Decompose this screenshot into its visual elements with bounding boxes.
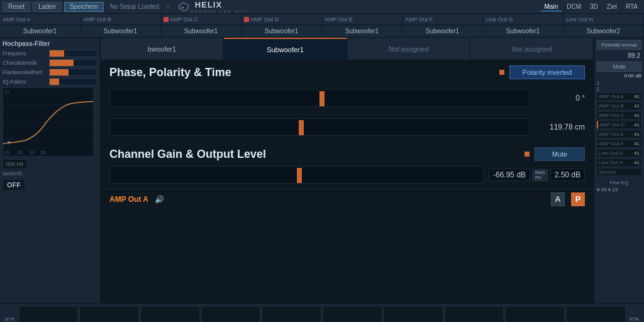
bottom-ch-7[interactable]: [384, 306, 443, 323]
phase-slider-thumb[interactable]: [319, 91, 325, 106]
ch-sub-label-6[interactable]: Subwoofer1: [402, 25, 483, 37]
ch-sub-label-2[interactable]: Subwoofer1: [80, 25, 161, 37]
tab-label-1: Subwoofer1: [267, 46, 304, 53]
right-amp-f[interactable]: AMP Out F 41: [597, 140, 641, 148]
mute-side-button[interactable]: Mute: [597, 62, 641, 72]
gain-slider-thumb[interactable]: [297, 168, 302, 183]
gain-slider-row: -66.95 dB RMS PH 2.50 dB: [109, 166, 585, 184]
gain-slider-track[interactable]: [109, 166, 484, 184]
right-amp-a[interactable]: AMP Out A 41: [597, 92, 641, 101]
right-summe-label: Summe: [599, 169, 616, 175]
tab-not-assigned-2[interactable]: Not assigned: [470, 38, 594, 60]
tab-subwoofer1a[interactable]: bwoofer1: [101, 38, 224, 60]
subwoofer-strip: Subwoofer1 Subwoofer1 Subwoofer1 Subwoof…: [0, 25, 644, 38]
ch-sub-label-8[interactable]: Subwoofer2: [564, 25, 644, 37]
time-slider-thumb[interactable]: [299, 120, 304, 135]
right-amp-a-label: AMP Out A: [599, 94, 623, 99]
right-label-2: 1: [597, 87, 641, 91]
time-slider-track[interactable]: [109, 118, 530, 136]
off-label[interactable]: OFF: [3, 179, 25, 191]
right-amp-c[interactable]: AMP Out C 41: [597, 111, 641, 119]
time-slider-section: 119.78 cm: [101, 113, 594, 141]
bottom-ch-3[interactable]: [140, 306, 200, 323]
bottom-ch-4[interactable]: [201, 306, 261, 323]
ch-amp-out-a[interactable]: AMP Out A: [0, 14, 80, 25]
ch-amp-out-c[interactable]: AMP Out C: [161, 14, 242, 25]
rms-label: RMS: [535, 170, 545, 175]
axis-40: 40: [30, 150, 35, 155]
ch-amp-out-d[interactable]: AMP Out D: [242, 14, 322, 25]
filter-type-label: lerworth: [3, 170, 97, 177]
right-amp-e-val: 41: [634, 131, 640, 137]
bottom-ch-5[interactable]: [262, 306, 321, 323]
gain-title: Channel Gain & Output Level: [109, 148, 517, 161]
center-panel: bwoofer1 Subwoofer1 Not assigned Not ass…: [101, 38, 594, 303]
bottom-ch-9[interactable]: [505, 306, 565, 323]
ch-amp-out-b[interactable]: AMP Out B: [80, 14, 161, 25]
fine-eq-val-2: 23: [601, 187, 606, 192]
param-frequenz: Frequenz: [3, 50, 97, 57]
right-amp-d-label: AMP Out D: [599, 122, 625, 128]
nav-ziel[interactable]: Ziel: [603, 3, 621, 11]
ch-label-amp-d: AMP Out D: [250, 16, 279, 23]
mute-orange-dot: [525, 152, 530, 157]
ch-amp-out-f[interactable]: AMP Out F: [402, 14, 483, 25]
amp-p-button[interactable]: P: [571, 192, 585, 206]
ch-sub-label-4[interactable]: Subwoofer1: [242, 25, 322, 37]
speichern-button[interactable]: Speichern: [64, 2, 104, 12]
bottom-strip: BTP RTA: [0, 303, 644, 322]
right-amp-d[interactable]: AMP Out D 41: [597, 121, 641, 129]
nav-rta[interactable]: RTA: [622, 3, 641, 11]
right-amp-e[interactable]: AMP Out E 41: [597, 130, 641, 138]
ch-sub-label-1[interactable]: Subwoofer1: [0, 25, 80, 37]
nav-dcm[interactable]: DCM: [563, 3, 585, 11]
amp-out-label: AMP Out A: [109, 195, 148, 204]
ch-amp-out-e[interactable]: AMP Out E: [322, 14, 402, 25]
gain-db-display: -66.95 dB RMS PH 2.50 dB: [489, 169, 585, 181]
reset-button[interactable]: Reset: [3, 2, 30, 12]
polarity-inverted-btn[interactable]: Polarity inverted: [509, 65, 585, 79]
ch-line-out-h[interactable]: Line Out H: [564, 14, 644, 25]
bottom-ch-2[interactable]: [79, 306, 139, 323]
right-amp-d-val: 41: [634, 122, 640, 128]
nav-3d[interactable]: 3D: [586, 3, 602, 11]
tab-not-assigned-1[interactable]: Not assigned: [347, 38, 470, 60]
eq-curve-svg: [3, 88, 93, 156]
output-db-value: 2.50 dB: [550, 169, 585, 181]
axis-db-top: 10: [4, 89, 9, 94]
param-bar-iq[interactable]: [49, 78, 97, 86]
main-area: Hochpass-Filter Frequenz Charakteristik …: [0, 38, 644, 303]
no-setup-label: No Setup Loaded: [106, 3, 163, 10]
right-line-h[interactable]: Line Out H 41: [597, 158, 641, 167]
ch-line-out-g[interactable]: Line Out G: [483, 14, 564, 25]
ch-sub-label-7[interactable]: Subwoofer1: [483, 25, 564, 37]
right-summe[interactable]: Summe: [597, 168, 641, 176]
ch-label-line-h: Line Out H: [566, 16, 593, 23]
right-amp-e-label: AMP Out E: [599, 131, 624, 137]
right-amp-b[interactable]: AMP Out B 41: [597, 102, 641, 110]
amp-a-button[interactable]: A: [551, 192, 565, 206]
bottom-ch-1[interactable]: [19, 306, 79, 323]
laden-button[interactable]: Laden: [33, 2, 62, 12]
polarity-normal-btn[interactable]: Polarität normal: [597, 40, 641, 50]
tab-subwoofer1b[interactable]: Subwoofer1: [224, 38, 347, 60]
bottom-ch-6[interactable]: [323, 306, 382, 323]
mute-button[interactable]: Mute: [535, 147, 585, 161]
right-amp-b-label: AMP Out B: [599, 103, 624, 109]
phase-slider-track[interactable]: [109, 89, 530, 107]
param-bar-frequenz[interactable]: [49, 50, 97, 57]
tab-label-2: Not assigned: [388, 45, 428, 53]
right-top-value: 89.2: [597, 51, 641, 60]
right-line-g[interactable]: Line Out G 41: [597, 149, 641, 157]
nav-main[interactable]: Main: [541, 3, 562, 11]
param-bar-char[interactable]: [49, 59, 97, 67]
bottom-ch-8[interactable]: [445, 306, 504, 323]
fine-eq-val-3: 4.13: [608, 187, 618, 192]
ch-sub-label-3[interactable]: Subwoofer1: [161, 25, 242, 37]
param-bar-flank[interactable]: [49, 69, 97, 76]
filter-hz-label[interactable]: 000 Hz: [3, 159, 27, 169]
bottom-ch-10[interactable]: [566, 306, 626, 323]
time-value: 119.78 cm: [535, 123, 585, 131]
param-label-flank: Flankensteilheit: [3, 69, 47, 75]
ch-sub-label-5[interactable]: Subwoofer1: [322, 25, 402, 37]
